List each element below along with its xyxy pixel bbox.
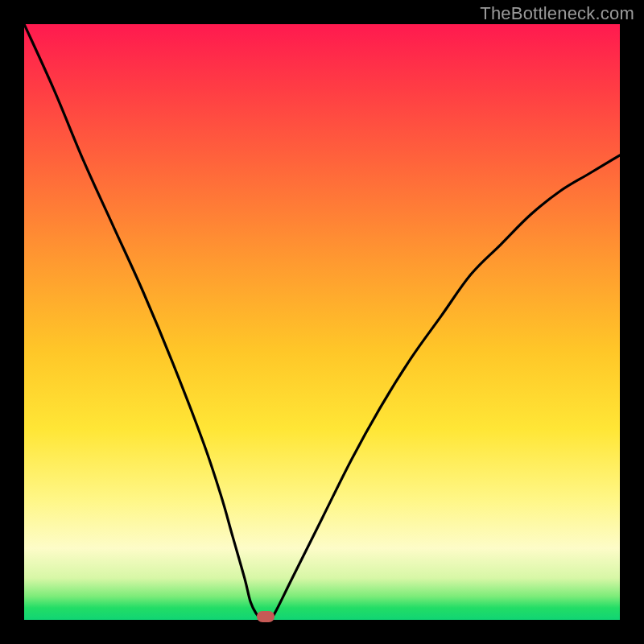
optimum-marker <box>257 611 275 622</box>
bottleneck-curve <box>24 24 620 620</box>
chart-frame: TheBottleneck.com <box>0 0 644 644</box>
plot-area <box>24 24 620 620</box>
watermark-text: TheBottleneck.com <box>480 3 634 24</box>
